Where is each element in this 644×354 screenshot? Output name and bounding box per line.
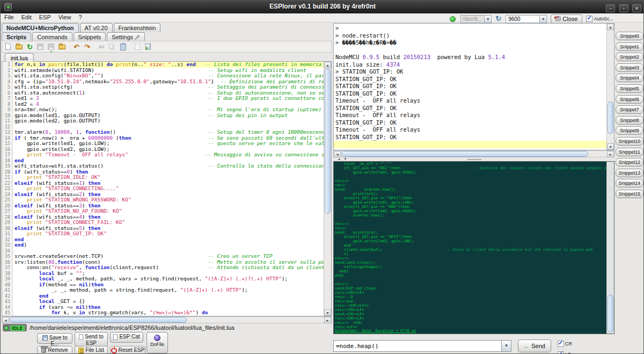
command-combo[interactable]: ▼ xyxy=(333,340,511,352)
scroll-down-icon[interactable]: ▼ xyxy=(607,143,614,150)
snippet-button-1[interactable]: Snippet1 xyxy=(616,42,643,51)
reload-button[interactable]: ↻ xyxy=(25,42,35,52)
editor-line[interactable]: 7led1 = 3 -- I due GPIO porati sul conne… xyxy=(2,96,324,102)
editor-line[interactable]: 30elseif (wifi_status==5) then xyxy=(2,226,324,232)
dofile-button[interactable]: DoFile xyxy=(147,332,168,353)
scroll-right-icon[interactable]: ► xyxy=(324,317,331,323)
editor-line[interactable]: 14if ( tmr.now() > ora + 60000000 )then … xyxy=(2,135,324,141)
editor-line[interactable]: 4cfg = {ip="10.51.0.24",netmask="255.255… xyxy=(2,79,324,85)
editor-line[interactable]: 20if (wifi_status==0) then xyxy=(2,169,324,175)
scrollbar-thumb[interactable] xyxy=(341,151,588,157)
splitter-arrows-icon[interactable]: ▲ ▼ xyxy=(338,157,348,161)
snippet-button-2[interactable]: Snippet2 xyxy=(616,53,643,61)
editor-line[interactable]: 41 _, _, method, path = string.find(requ… xyxy=(2,287,324,293)
scrollbar-thumb[interactable] xyxy=(325,69,331,214)
snippet-button-9[interactable]: Snippet9 xyxy=(616,126,643,135)
terminal-vertical-scrollbar[interactable] xyxy=(606,162,614,334)
editor-line[interactable]: 12 xyxy=(2,124,324,130)
chevron-down-icon[interactable]: ▼ xyxy=(501,341,511,351)
menu-item-esp[interactable]: ESP xyxy=(35,13,55,21)
scroll-left-icon[interactable]: ◄ xyxy=(334,151,341,157)
editor-line[interactable]: 8led2 = 4 xyxy=(2,102,324,107)
new-file-button[interactable] xyxy=(3,42,13,52)
editor-line[interactable]: 5wifi.sta.setip(cfg) -- Settaggio dei pa… xyxy=(2,84,324,90)
editor-line[interactable]: 33end) xyxy=(2,242,324,248)
editor-line[interactable]: 17 print "Timeout - OFF all relays" -- M… xyxy=(2,152,324,158)
scrollbar-thumb[interactable] xyxy=(10,317,187,323)
editor-line[interactable]: 9ora=tmr.now(); -- Mi segno l'ora di sta… xyxy=(2,107,324,113)
scroll-up-icon[interactable]: ▲ xyxy=(607,24,614,30)
minimize-button[interactable]: – xyxy=(606,4,615,12)
editor-line[interactable]: 3wifi.sta.config("NinuxBO","") -- Connes… xyxy=(2,73,324,79)
send-to-esp-button[interactable]: Send to ESP xyxy=(75,332,108,347)
serial-close-button[interactable]: Close xyxy=(551,15,582,24)
snippet-button-10[interactable]: Snippet10 xyxy=(616,137,643,146)
serial-port-select[interactable]: /dev/tt...▼ xyxy=(460,15,492,23)
close-window-button[interactable]: ✕ xyxy=(632,4,641,12)
snippet-button-8[interactable]: Snippet8 xyxy=(616,116,643,125)
command-input[interactable] xyxy=(334,341,501,351)
editor-line[interactable]: 16 gpio.write(led2, gpio.LOW); xyxy=(2,147,324,153)
paste-button[interactable] xyxy=(118,42,128,52)
baud-rate-select[interactable]: 9600▼ xyxy=(506,15,547,23)
open-folder-button[interactable] xyxy=(14,42,24,52)
sub-tab-snippets[interactable]: Snippets xyxy=(74,32,106,41)
reset-esp-button[interactable]: Reset ESP xyxy=(110,346,145,354)
snippet-button-5[interactable]: Snippet5 xyxy=(616,84,643,93)
scroll-right-icon[interactable]: ► xyxy=(607,151,614,157)
editor-line[interactable]: 43 local _GET = {} xyxy=(2,299,324,305)
console-horizontal-scrollbar[interactable]: ◄ ► xyxy=(333,150,614,157)
main-tab-at-v0-20[interactable]: AT v0.20 xyxy=(80,23,113,32)
maximize-button[interactable]: ▫ xyxy=(619,4,628,12)
editor-vertical-scrollbar[interactable]: ▲ ▼ xyxy=(324,62,331,316)
editor-line[interactable]: 2wifi.setmode(wifi.STATION) -- Setup wif… xyxy=(2,68,324,74)
lf-checkbox[interactable] xyxy=(558,351,564,354)
menu-item-file[interactable]: File xyxy=(1,13,18,21)
editor-line[interactable]: 13tmr.alarm(0, 10000, 1, function() -- S… xyxy=(2,129,324,135)
editor-line[interactable]: 44 if (vars ~= nil)then xyxy=(2,305,324,310)
editor-line[interactable]: 32end xyxy=(2,237,324,243)
send-log-terminal[interactable]: local _on_off = "","" if(_GET.pin == "ON… xyxy=(333,161,614,334)
sub-tab-settings[interactable]: Settings xyxy=(107,32,145,41)
editor-line[interactable]: 1for n,s in pairs(file.list()) do print(… xyxy=(2,62,324,68)
editor-line[interactable]: 11gpio.mode(led2, gpio.OUTPUT) xyxy=(2,118,324,124)
snippet-button-15[interactable]: Snippet15 xyxy=(616,190,643,198)
editor-line[interactable]: 22elseif (wifi_status==1) then xyxy=(2,180,324,186)
console-vertical-scrollbar[interactable]: ▲ ▼ xyxy=(606,24,614,150)
file-tab-init-lua[interactable]: init.lua xyxy=(5,53,34,62)
snippet-button-7[interactable]: Snippet7 xyxy=(616,105,643,114)
snippet-button-0[interactable]: Snippet0 xyxy=(616,32,643,40)
editor-line[interactable]: 39 local _, _, method, path, vars = stri… xyxy=(2,276,324,282)
snippet-button-12[interactable]: Snippet12 xyxy=(616,158,643,167)
editor-line[interactable]: 37 conn:on("receive", function(client,re… xyxy=(2,265,324,271)
main-tab-nodemcu-micropython[interactable]: NodeMCU+MicroPython xyxy=(2,23,79,32)
snippet-button-6[interactable]: Snippet6 xyxy=(616,95,643,104)
editor-line[interactable]: 23 print "STATION_CONNECTING...." xyxy=(2,186,324,192)
editor-line[interactable]: 28elseif (wifi_status==4) then xyxy=(2,214,324,220)
autoscroll-checkbox[interactable] xyxy=(586,16,592,22)
editor-line[interactable]: 31 print "STATION_GOT_IP: OK" xyxy=(2,231,324,237)
code-editor[interactable]: 1for n,s in pairs(file.list()) do print(… xyxy=(2,62,332,316)
menu-item-help[interactable]: ? xyxy=(75,13,85,21)
sub-tab-commands[interactable]: Commands xyxy=(32,32,72,41)
editor-line[interactable]: 36srv:listen(80,function(conn) -- Metto … xyxy=(2,259,324,265)
snippet-button-11[interactable]: Snippet11 xyxy=(616,148,643,156)
file-list-button[interactable]: File List xyxy=(75,346,108,354)
editor-line[interactable]: 19wifi_status=wifi.sta.status() -- Contr… xyxy=(2,163,324,169)
scroll-down-icon[interactable]: ▼ xyxy=(324,309,331,316)
add-snippet-button[interactable] xyxy=(143,42,153,52)
editor-line[interactable]: 6wifi.sta.autoconnect(1) -- Setup di aut… xyxy=(2,90,324,96)
menu-item-edit[interactable]: Edit xyxy=(18,13,35,21)
editor-line[interactable]: 24elseif (wifi_status==2) then xyxy=(2,192,324,198)
editor-line[interactable]: 15 gpio.write(led1, gpio.LOW); -- questo… xyxy=(2,141,324,147)
splitter-grip[interactable] xyxy=(467,159,481,160)
undo-button[interactable]: ↶ xyxy=(71,42,82,52)
scroll-left-icon[interactable]: ◄ xyxy=(2,317,9,323)
editor-line[interactable]: 21 print "STATION_IDLE: OK" xyxy=(2,175,324,180)
editor-line[interactable]: 40 if(method == nil)then xyxy=(2,282,324,288)
menu-item-view[interactable]: View xyxy=(55,13,75,21)
snippet-button-3[interactable]: Snippet3 xyxy=(616,63,643,72)
scrollbar-thumb[interactable] xyxy=(608,102,613,134)
scroll-up-icon[interactable]: ▲ xyxy=(324,62,331,68)
folder-button[interactable] xyxy=(57,42,67,52)
